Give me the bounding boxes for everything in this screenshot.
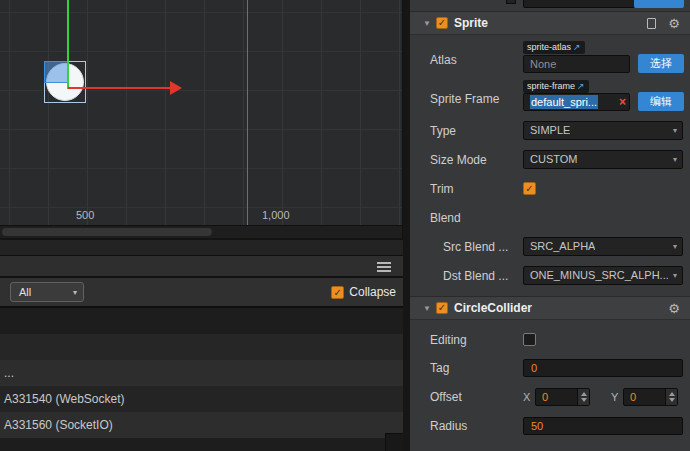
stepper-down-icon[interactable] <box>669 398 675 402</box>
clipped-control <box>506 0 516 4</box>
dropdown-value: SRC_ALPHA <box>530 238 595 255</box>
offset-x-input[interactable]: 0 <box>535 388 590 406</box>
editing-label: Editing <box>430 330 467 350</box>
atlas-type-chip[interactable]: sprite-atlas ↗ <box>523 41 585 54</box>
dropdown-value: ONE_MINUS_SRC_ALPH... <box>530 267 668 284</box>
log-row[interactable]: A331540 (WebSocket) <box>0 386 403 412</box>
chevron-down-icon: ▾ <box>673 151 677 168</box>
tag-label: Tag <box>430 358 449 378</box>
gear-icon[interactable]: ⚙ <box>668 16 680 31</box>
filter-value: All <box>11 286 31 298</box>
offset-x-value: 0 <box>542 391 548 403</box>
chevron-down-icon: ▾ <box>673 122 677 139</box>
console-header <box>0 256 403 278</box>
trim-label: Trim <box>430 179 454 199</box>
console-panel: All ▾ ✓ Collapse ... A331540 (WebSocket)… <box>0 240 403 451</box>
scrollbar-thumb[interactable] <box>2 228 212 236</box>
tag-row: Tag 0 <box>410 358 690 378</box>
panel-divider[interactable] <box>403 0 410 451</box>
menu-icon[interactable] <box>377 262 391 272</box>
sprite-frame-edit-button[interactable]: 编辑 <box>638 92 684 111</box>
size-mode-dropdown[interactable]: CUSTOM ▾ <box>523 150 683 169</box>
collapse-triangle-icon[interactable]: ▼ <box>423 19 431 28</box>
radius-label: Radius <box>430 416 467 436</box>
log-row[interactable] <box>0 334 403 360</box>
dropdown-value: SIMPLE <box>530 122 570 139</box>
external-link-icon[interactable]: ↗ <box>577 80 585 93</box>
stepper[interactable] <box>577 389 589 405</box>
chevron-down-icon: ▾ <box>673 267 677 284</box>
stepper-down-icon[interactable] <box>581 398 587 402</box>
console-toolbar: All ▾ ✓ Collapse <box>0 278 403 308</box>
log-row[interactable]: ... <box>0 360 403 386</box>
src-blend-dropdown[interactable]: SRC_ALPHA ▾ <box>523 237 683 256</box>
sprite-frame-value: default_spri... <box>530 95 598 109</box>
size-mode-row: Size Mode CUSTOM ▾ <box>410 150 690 170</box>
atlas-value: None <box>530 58 556 70</box>
stepper-up-icon[interactable] <box>581 392 587 396</box>
trim-checkbox[interactable]: ✓ <box>523 182 536 195</box>
offset-x-label: X <box>523 387 530 407</box>
log-row[interactable] <box>0 308 403 334</box>
tag-input[interactable]: 0 <box>523 359 683 377</box>
dst-blend-row: Dst Blend ... ONE_MINUS_SRC_ALPH... ▾ <box>410 266 690 286</box>
close-icon[interactable]: × <box>619 94 626 110</box>
clipped-button[interactable] <box>634 0 684 8</box>
sprite-enabled-checkbox[interactable]: ✓ <box>436 17 448 29</box>
node-selection-rect <box>44 61 68 83</box>
chip-text: sprite-frame <box>527 80 575 93</box>
chevron-down-icon: ▾ <box>673 238 677 255</box>
size-mode-label: Size Mode <box>430 150 487 170</box>
inspector-panel: ▼ ✓ Sprite ⚙ Atlas sprite-atlas ↗ None 选… <box>410 0 690 451</box>
collapse-option: ✓ Collapse <box>331 285 396 299</box>
scene-horizontal-scrollbar[interactable] <box>0 225 403 238</box>
collapse-label: Collapse <box>349 285 396 299</box>
dst-blend-dropdown[interactable]: ONE_MINUS_SRC_ALPH... ▾ <box>523 266 683 285</box>
sprite-component-header[interactable]: ▼ ✓ Sprite ⚙ <box>410 11 690 35</box>
gizmo-x-arrowhead-icon <box>170 81 182 95</box>
ruler-label-1000: 1,000 <box>262 209 290 221</box>
sprite-frame-label: Sprite Frame <box>430 79 499 119</box>
atlas-field[interactable]: None <box>523 55 630 73</box>
gear-icon[interactable]: ⚙ <box>668 301 680 316</box>
component-title: CircleCollider <box>454 301 532 315</box>
offset-y-value: 0 <box>630 391 636 403</box>
type-dropdown[interactable]: SIMPLE ▾ <box>523 121 683 140</box>
offset-row: Offset X 0 Y 0 <box>410 387 690 407</box>
sprite-node[interactable] <box>44 61 86 103</box>
collapse-checkbox[interactable]: ✓ <box>331 286 344 299</box>
gizmo-y-axis-arrow[interactable] <box>67 0 69 89</box>
sprite-frame-field[interactable]: default_spri... × <box>523 93 630 111</box>
clipped-input[interactable] <box>523 0 635 8</box>
ruler-label-500: 500 <box>76 209 94 221</box>
type-row: Type SIMPLE ▾ <box>410 121 690 141</box>
collapse-triangle-icon[interactable]: ▼ <box>423 304 431 313</box>
stepper[interactable] <box>665 389 677 405</box>
offset-label: Offset <box>430 387 462 407</box>
atlas-label: Atlas <box>430 40 457 80</box>
editing-row: Editing <box>410 330 690 350</box>
gizmo-x-axis-arrow[interactable] <box>68 87 172 89</box>
chip-text: sprite-atlas <box>527 41 571 54</box>
sprite-frame-type-chip[interactable]: sprite-frame ↗ <box>523 80 589 93</box>
collider-enabled-checkbox[interactable]: ✓ <box>436 302 448 314</box>
src-blend-label: Src Blend ... <box>443 237 508 257</box>
canvas-border-line <box>247 0 248 225</box>
radius-input[interactable]: 50 <box>523 417 683 435</box>
radius-row: Radius 50 <box>410 416 690 436</box>
scene-view[interactable]: 500 1,000 <box>0 0 403 238</box>
editing-checkbox[interactable] <box>523 333 536 346</box>
log-filter-dropdown[interactable]: All ▾ <box>10 282 84 302</box>
offset-y-label: Y <box>611 387 618 407</box>
stepper-up-icon[interactable] <box>669 392 675 396</box>
panel-gap <box>0 240 403 256</box>
log-row[interactable]: A331560 (SocketIO) <box>0 412 403 438</box>
atlas-select-button[interactable]: 选择 <box>638 54 684 73</box>
blend-label: Blend <box>430 208 461 228</box>
offset-y-input[interactable]: 0 <box>623 388 678 406</box>
external-link-icon[interactable]: ↗ <box>573 41 581 54</box>
type-label: Type <box>430 121 456 141</box>
dropdown-value: CUSTOM <box>530 151 577 168</box>
document-icon[interactable] <box>647 18 656 29</box>
circle-collider-component-header[interactable]: ▼ ✓ CircleCollider ⚙ <box>410 296 690 320</box>
